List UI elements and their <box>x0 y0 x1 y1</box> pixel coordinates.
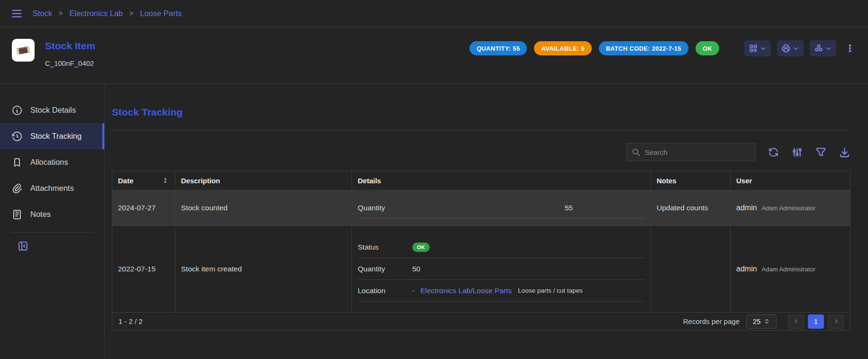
search-icon <box>632 148 641 157</box>
sidebar-item-attachments[interactable]: Attachments <box>0 175 104 201</box>
filter-button[interactable] <box>815 146 827 158</box>
pager: 1 <box>788 314 844 329</box>
user-fullname: Adam Administrator <box>762 266 815 273</box>
cell-notes: Updated counts <box>651 190 731 225</box>
select-chevrons-icon <box>764 318 770 324</box>
page-1-button[interactable]: 1 <box>808 314 824 329</box>
breadcrumb-link-loose-parts[interactable]: Loose Parts <box>140 9 181 18</box>
sidebar-collapse-button[interactable] <box>17 240 29 252</box>
refresh-icon <box>768 146 779 158</box>
kebab-menu-icon[interactable] <box>845 44 855 53</box>
print-actions-button[interactable] <box>777 40 804 56</box>
sidebar-item-stock-tracking[interactable]: Stock Tracking <box>0 123 104 149</box>
cell-date: 2024-07-27 <box>112 190 175 225</box>
record-range: 1 - 2 / 2 <box>118 317 143 325</box>
column-header-date[interactable]: Date <box>112 171 175 190</box>
adjustments-icon <box>791 146 803 158</box>
table-footer: 1 - 2 / 2 Records per page 25 <box>112 312 850 330</box>
notes-icon <box>11 209 23 220</box>
history-icon <box>11 131 23 142</box>
sidebar-item-label: Stock Tracking <box>30 132 81 141</box>
download-button[interactable] <box>839 146 850 158</box>
detail-row-quantity: Quantity 50 <box>358 258 645 280</box>
search-box <box>626 143 755 161</box>
qr-code-icon <box>749 44 758 53</box>
barcode-actions-button[interactable] <box>744 40 771 56</box>
chevron-down-icon <box>792 45 799 52</box>
download-icon <box>839 146 850 158</box>
table-header-row: Date Description Details Notes User <box>112 171 850 190</box>
chevron-left-icon <box>793 318 800 325</box>
sidebar-item-label: Attachments <box>30 184 74 193</box>
sidebar-item-label: Allocations <box>30 158 68 167</box>
details-subtable: Status OK Quantity 50 Location <box>358 236 645 302</box>
column-header-description[interactable]: Description <box>175 171 352 190</box>
breadcrumb: Stock > Electronics Lab > Loose Parts <box>33 9 182 18</box>
available-badge: AVAILABLE: 5 <box>534 41 591 55</box>
cell-user: admin Adam Administrator <box>731 226 850 312</box>
hamburger-menu-icon[interactable] <box>10 7 23 20</box>
table-actions <box>768 146 850 158</box>
app-root: Stock > Electronics Lab > Loose Parts St… <box>0 0 868 359</box>
refresh-button[interactable] <box>768 146 779 158</box>
search-input[interactable] <box>645 148 750 156</box>
sort-icon[interactable] <box>162 177 169 184</box>
user-fullname: Adam Administrator <box>762 205 815 212</box>
sidebar-item-stock-details[interactable]: Stock Details <box>0 97 104 123</box>
page-header-titles: Stock Item C_100nF_0402 <box>45 40 95 67</box>
printer-icon <box>781 44 791 53</box>
breadcrumb-link-stock[interactable]: Stock <box>33 9 52 18</box>
capacitor-image <box>17 46 29 54</box>
table-toolbar <box>112 143 850 162</box>
filter-icon <box>815 146 827 158</box>
column-header-details[interactable]: Details <box>352 171 651 190</box>
sidebar-divider <box>11 232 93 233</box>
cell-details: Quantity 55 <box>352 190 651 225</box>
status-ok-badge: OK <box>412 242 430 252</box>
table-row[interactable]: 2024-07-27 Stock counted Quantity 55 Upd… <box>112 190 850 225</box>
location-dash: - <box>412 287 415 295</box>
username: admin <box>736 265 757 273</box>
detail-value: 50 <box>412 265 645 273</box>
chevron-down-icon <box>760 45 767 52</box>
info-circle-icon <box>11 105 23 116</box>
table-settings-button[interactable] <box>791 146 803 158</box>
stock-operations-button[interactable] <box>810 40 836 56</box>
stock-item-thumbnail[interactable] <box>12 39 35 62</box>
detail-row-location: Location - Electronics Lab/Loose Parts L… <box>358 280 645 302</box>
cell-description: Stock counted <box>175 190 352 225</box>
detail-value: 55 <box>412 204 645 212</box>
chevron-down-icon <box>825 45 832 52</box>
quantity-badge: QUANTITY: 55 <box>470 41 527 55</box>
details-subtable: Quantity 55 <box>358 197 645 219</box>
prev-page-button[interactable] <box>788 314 804 329</box>
chevron-right-icon <box>832 318 840 325</box>
batch-code-badge: BATCH CODE: 2022-7-15 <box>599 41 688 55</box>
records-per-page-select[interactable]: 25 <box>746 314 777 329</box>
sidebar-collapse-icon <box>17 240 29 252</box>
sidebar-item-label: Stock Details <box>30 106 76 115</box>
location-link[interactable]: Electronics Lab/Loose Parts <box>420 287 512 295</box>
breadcrumb-separator: > <box>129 9 133 17</box>
paperclip-icon <box>11 183 23 194</box>
cell-details: Status OK Quantity 50 Location <box>352 226 651 312</box>
column-header-notes[interactable]: Notes <box>651 171 731 190</box>
table-row[interactable]: 2022-07-15 Stock item created Status OK … <box>112 225 850 312</box>
pagination-controls: Records per page 25 1 <box>683 314 844 329</box>
breadcrumb-separator: > <box>59 9 63 17</box>
column-header-user[interactable]: User <box>731 171 850 190</box>
cell-user: admin Adam Administrator <box>731 190 850 225</box>
heading-divider <box>112 130 850 131</box>
detail-row-quantity: Quantity 55 <box>358 197 645 219</box>
page-header: Stock Item C_100nF_0402 QUANTITY: 55 AVA… <box>0 27 868 84</box>
part-name: C_100nF_0402 <box>45 59 95 67</box>
detail-row-status: Status OK <box>358 236 645 258</box>
breadcrumb-link-electronics-lab[interactable]: Electronics Lab <box>69 9 123 18</box>
sidebar-item-label: Notes <box>30 210 51 219</box>
sidebar: Stock Details Stock Tracking Allocations… <box>0 84 105 359</box>
sidebar-item-allocations[interactable]: Allocations <box>0 149 104 175</box>
cell-date: 2022-07-15 <box>112 226 175 312</box>
next-page-button[interactable] <box>828 314 844 329</box>
sidebar-item-notes[interactable]: Notes <box>0 201 104 227</box>
stock-tracking-table: Date Description Details Notes User 2024… <box>112 171 850 331</box>
